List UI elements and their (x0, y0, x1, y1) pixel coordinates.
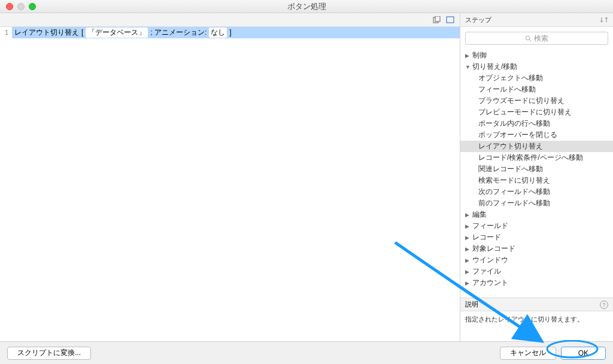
tree-item[interactable]: 次のフィールドへ移動 (460, 186, 613, 198)
tree-category-label: ウインドウ (472, 255, 508, 265)
description-body: 指定されたレイアウトに切り替えます。 (460, 311, 613, 341)
description-header: 説明 ? (460, 298, 613, 311)
tree-category-label: 編集 (472, 210, 487, 220)
zoom-window-icon[interactable] (29, 3, 36, 10)
chevron-right-icon: ▶ (465, 257, 471, 263)
svg-point-3 (526, 36, 529, 40)
tree-category-label: 対象レコード (472, 244, 515, 254)
tree-category-label: フィールド (472, 221, 508, 231)
tree-item-label: ポータル内の行へ移動 (478, 119, 550, 129)
tree-category[interactable]: ▶対象レコード (460, 243, 613, 254)
chevron-right-icon: ▶ (465, 53, 471, 59)
sort-icon[interactable] (600, 16, 608, 23)
step-layout-param[interactable]: 「データベース」 (86, 28, 148, 38)
window-title: ボタン処理 (287, 1, 326, 12)
tree-category[interactable]: ▶ウインドウ (460, 254, 613, 266)
tree-item-label: レコード/検索条件/ページへ移動 (478, 153, 583, 163)
script-pane: 1 レイアウト切り替え [ 「データベース」 ; アニメーション: なし ] (0, 13, 460, 341)
tree-category-label: 制御 (472, 50, 487, 60)
search-icon (525, 35, 532, 42)
chevron-right-icon: ▶ (465, 246, 471, 252)
tree-category[interactable]: ▶ファイル (460, 266, 613, 277)
step-anim-label: ; アニメーション: (150, 28, 207, 38)
tree-item[interactable]: オブジェクトへ移動 (460, 72, 613, 84)
chevron-right-icon: ▶ (465, 280, 471, 286)
cancel-button[interactable]: キャンセル (500, 347, 556, 360)
help-icon[interactable]: ? (600, 301, 608, 309)
tree-item[interactable]: 関連レコードへ移動 (460, 163, 613, 175)
minimize-window-icon (17, 3, 25, 10)
search-input[interactable]: 検索 (465, 32, 608, 45)
tree-item-label: ポップオーバーを閉じる (478, 130, 557, 140)
tree-item-label: 関連レコードへ移動 (478, 164, 543, 174)
description-section: 説明 ? 指定されたレイアウトに切り替えます。 (460, 298, 613, 341)
tree-category[interactable]: ▶レコード (460, 232, 613, 243)
tree-item-label: プレビューモードに切り替え (478, 107, 572, 117)
tree-item-label: 前のフィールドへ移動 (478, 198, 550, 208)
search-placeholder: 検索 (534, 34, 548, 44)
copy-icon[interactable] (432, 16, 442, 24)
description-label: 説明 (465, 300, 478, 309)
steps-panel: ステップ 検索 ▶制御▼切り替え/移動オブジェクトへ移動フィールドへ移動ブラウズ… (460, 13, 613, 341)
tree-item[interactable]: ポップオーバーを閉じる (460, 129, 613, 141)
tree-item[interactable]: 前のフィールドへ移動 (460, 198, 613, 209)
script-steps-list[interactable]: 1 レイアウト切り替え [ 「データベース」 ; アニメーション: なし ] (0, 27, 460, 341)
convert-to-script-button[interactable]: スクリプトに変換... (7, 347, 91, 360)
tree-item[interactable]: レイアウト切り替え (460, 141, 613, 152)
tree-category-label: 切り替え/移動 (472, 62, 517, 72)
main-area: 1 レイアウト切り替え [ 「データベース」 ; アニメーション: なし ] ス… (0, 13, 613, 341)
script-toolbar (0, 13, 460, 27)
tree-item-label: ブラウズモードに切り替え (478, 96, 565, 106)
tree-category-label: アカウント (472, 278, 508, 288)
tree-category-label: レコード (472, 232, 501, 242)
svg-rect-1 (435, 16, 440, 22)
chevron-right-icon: ▶ (465, 223, 471, 229)
close-window-icon[interactable] (6, 3, 13, 10)
steps-tree[interactable]: ▶制御▼切り替え/移動オブジェクトへ移動フィールドへ移動ブラウズモードに切り替え… (460, 50, 613, 298)
view-mode-icon[interactable] (445, 16, 455, 24)
tree-item-label: 次のフィールドへ移動 (478, 187, 550, 197)
tree-category[interactable]: ▶制御 (460, 50, 613, 61)
tree-item-label: レイアウト切り替え (478, 141, 543, 151)
tree-item-label: 検索モードに切り替え (478, 175, 550, 186)
titlebar: ボタン処理 (0, 0, 613, 13)
tree-category[interactable]: ▶フィールド (460, 220, 613, 232)
footer: スクリプトに変換... キャンセル OK (0, 341, 613, 364)
tree-category-label: ファイル (472, 266, 501, 277)
tree-item[interactable]: レコード/検索条件/ページへ移動 (460, 152, 613, 163)
tree-item[interactable]: プレビューモードに切り替え (460, 107, 613, 118)
chevron-right-icon: ▶ (465, 212, 471, 218)
steps-panel-header: ステップ (460, 13, 613, 27)
tree-category[interactable]: ▶編集 (460, 209, 613, 220)
line-number: 1 (0, 29, 12, 36)
chevron-right-icon: ▶ (465, 235, 471, 241)
svg-line-4 (529, 40, 531, 41)
steps-panel-title: ステップ (465, 16, 491, 25)
tree-item-label: フィールドへ移動 (478, 84, 536, 95)
svg-rect-2 (447, 17, 454, 23)
tree-category[interactable]: ▼切り替え/移動 (460, 61, 613, 72)
tree-item[interactable]: 検索モードに切り替え (460, 175, 613, 186)
chevron-right-icon: ▶ (465, 269, 471, 275)
search-wrap: 検索 (460, 27, 613, 50)
tree-item[interactable]: フィールドへ移動 (460, 84, 613, 95)
ok-button[interactable]: OK (561, 347, 606, 360)
script-line[interactable]: 1 レイアウト切り替え [ 「データベース」 ; アニメーション: なし ] (0, 27, 460, 38)
chevron-down-icon: ▼ (465, 64, 471, 70)
tree-item-label: オブジェクトへ移動 (478, 73, 543, 83)
step-anim-value[interactable]: なし (209, 28, 227, 38)
script-step-row[interactable]: レイアウト切り替え [ 「データベース」 ; アニメーション: なし ] (12, 27, 460, 38)
step-command: レイアウト切り替え (14, 28, 79, 38)
tree-item[interactable]: ポータル内の行へ移動 (460, 118, 613, 129)
tree-category[interactable]: ▶アカウント (460, 277, 613, 289)
tree-item[interactable]: ブラウズモードに切り替え (460, 95, 613, 107)
traffic-lights (0, 3, 36, 10)
